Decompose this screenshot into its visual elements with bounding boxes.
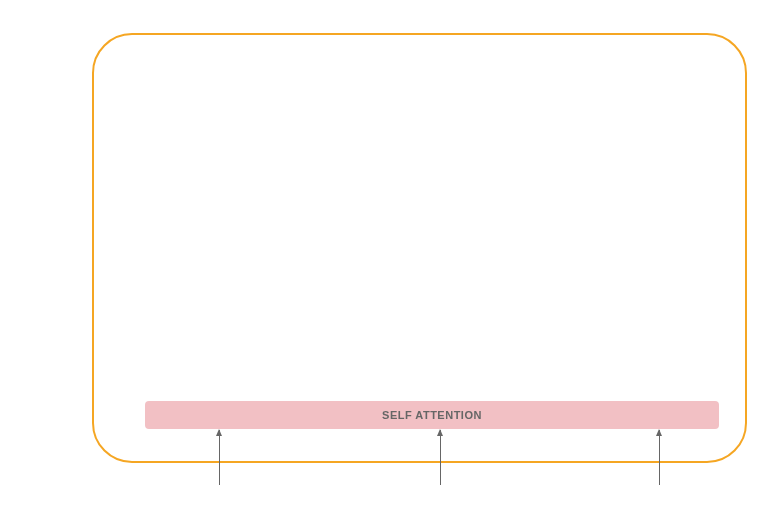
input-arrow-3 <box>659 430 660 485</box>
self-attention-label: SELF ATTENTION <box>382 409 482 421</box>
self-attention-block: SELF ATTENTION <box>145 401 719 429</box>
transformer-block-container <box>92 33 747 463</box>
input-arrow-1 <box>219 430 220 485</box>
input-arrow-2 <box>440 430 441 485</box>
